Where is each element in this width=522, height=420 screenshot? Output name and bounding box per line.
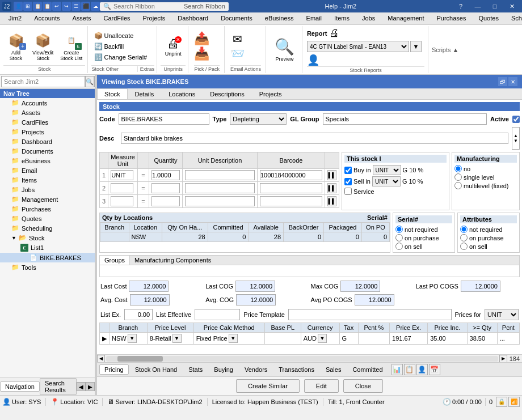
sidebar-item-quotes[interactable]: 📁 Quotes (0, 214, 95, 223)
desc-input-1[interactable] (185, 170, 255, 180)
buy-in-unit-select[interactable]: UNIT (373, 165, 401, 175)
status-icon-1[interactable]: 🔒 (496, 397, 507, 407)
bottom-tab-sales[interactable]: Sales (321, 364, 347, 375)
navigation-tab[interactable]: Navigation (0, 381, 40, 392)
unit-input-2[interactable] (111, 183, 133, 193)
serial-not-required-radio[interactable] (395, 226, 403, 233)
tab-jim2[interactable]: Jim2 (2, 13, 28, 24)
buy-in-checkbox[interactable] (344, 167, 352, 174)
status-icon-2[interactable]: 📶 (508, 397, 520, 407)
tab-documents[interactable]: Documents (214, 13, 259, 24)
hscroll-track[interactable] (106, 356, 498, 362)
bottom-tab-stats[interactable]: Stats (183, 364, 208, 375)
sidebar-item-list1[interactable]: E List1 (0, 243, 95, 253)
edit-button[interactable]: Edit (304, 379, 339, 393)
mfg-multi-radio[interactable] (454, 182, 462, 189)
sidebar-search-button[interactable]: 🔍 (85, 76, 94, 87)
tab-dashboard[interactable]: Dashboard (171, 13, 214, 24)
sidebar-item-accounts[interactable]: 📁 Accounts (0, 98, 95, 108)
content-close-button[interactable]: ✕ (508, 77, 517, 86)
unit-input-1[interactable] (111, 170, 133, 180)
sidebar-item-projects[interactable]: 📁 Projects (0, 127, 95, 137)
sidebar-item-documents[interactable]: 📁 Documents (0, 146, 95, 156)
sell-in-checkbox[interactable] (344, 178, 352, 185)
tab-scheduling[interactable]: Scheduling (505, 13, 522, 24)
search-ribbon-input[interactable] (113, 3, 182, 10)
barcode-input-1[interactable] (260, 170, 322, 180)
bottom-tab-stock-on-hand[interactable]: Stock On Hand (130, 364, 183, 375)
price-branch-dropdown[interactable]: ▼ (128, 334, 137, 343)
content-restore-button[interactable]: 🗗 (498, 77, 507, 86)
content-tab-descriptions[interactable]: Descriptions (203, 88, 252, 99)
barcode-scan-btn-2[interactable]: ▌▌ (327, 183, 336, 193)
desc-scroll[interactable]: ▲ ▼ (512, 127, 520, 150)
extras-label[interactable]: Extras (137, 66, 155, 72)
mfg-components-tab[interactable]: Manufacturing Components (130, 256, 216, 265)
tab-quotes[interactable]: Quotes (472, 13, 504, 24)
bottom-tab-buying[interactable]: Buying (209, 364, 238, 375)
minimize-button[interactable]: — (470, 1, 486, 11)
desc-input-2[interactable] (185, 183, 255, 193)
sidebar-item-purchases[interactable]: 📁 Purchases (0, 204, 95, 214)
desc-input-3[interactable] (185, 196, 255, 206)
price-method-dropdown[interactable]: ▼ (229, 334, 238, 343)
avg-po-cogs-input[interactable] (355, 294, 394, 306)
last-cog-input[interactable] (235, 281, 275, 292)
barcode-input-2[interactable] (260, 183, 322, 193)
tab-assets[interactable]: Assets (66, 13, 97, 24)
price-level-dropdown[interactable]: ▼ (172, 334, 182, 343)
tab-projects[interactable]: Projects (137, 13, 172, 24)
content-tab-details[interactable]: Details (128, 88, 162, 99)
last-cost-input[interactable] (129, 281, 169, 292)
list-ex-input[interactable] (124, 309, 153, 320)
unallocate-button[interactable]: 📦 Unallocate (91, 31, 154, 41)
window-close-button[interactable]: ✕ (504, 1, 520, 11)
serial-on-sell-radio[interactable] (395, 243, 403, 250)
active-checkbox[interactable] (512, 116, 520, 123)
qty-input-2[interactable] (151, 183, 180, 193)
last-po-cogs-input[interactable] (461, 281, 500, 292)
avg-cog-input[interactable] (236, 294, 276, 306)
groups-tab[interactable]: Groups (100, 256, 130, 265)
attr-on-sell-radio[interactable] (460, 243, 468, 250)
code-input[interactable] (119, 113, 209, 125)
barcode-scan-btn-1[interactable]: ▌▌ (327, 170, 336, 180)
hscroll-thumb[interactable] (117, 356, 163, 362)
add-stock-button[interactable]: 📦 + AddStock (3, 29, 28, 63)
max-cog-input[interactable] (340, 281, 380, 292)
view-edit-stock-button[interactable]: 📦 View/EditStock (30, 29, 56, 63)
desc-input[interactable] (121, 133, 508, 144)
sidebar-item-scheduling[interactable]: 📁 Scheduling (0, 223, 95, 233)
mfg-no-radio[interactable] (454, 165, 462, 172)
unit-input-3[interactable] (111, 196, 133, 206)
bottom-tab-vendors[interactable]: Vendors (239, 364, 272, 375)
attr-not-required-radio[interactable] (460, 226, 468, 233)
hscroll-right-btn[interactable]: ▶ (499, 355, 507, 363)
sidebar-search-input[interactable] (1, 76, 85, 87)
sidebar-item-tools[interactable]: 📁 Tools (0, 262, 95, 272)
backfill-button[interactable]: 🔄 Backfill (91, 41, 154, 52)
hscroll-left-btn[interactable]: ◀ (97, 355, 105, 363)
sidebar-item-ebusiness[interactable]: 📁 eBusiness (0, 156, 95, 166)
bottom-tab-committed[interactable]: Committed (347, 364, 388, 375)
search-results-tab[interactable]: Search Results (40, 378, 77, 395)
sidebar-item-bike-brakes[interactable]: 📄 BIKE.BRAKES (0, 253, 95, 262)
nav-prev-arrow[interactable]: ◀ (77, 382, 86, 391)
nav-next-arrow[interactable]: ▶ (86, 382, 95, 391)
gl-group-input[interactable] (323, 113, 487, 125)
qty-input-3[interactable] (151, 196, 180, 206)
maximize-button[interactable]: □ (487, 1, 503, 11)
preview-button[interactable]: 🔍 Preview (270, 36, 300, 63)
barcode-input-3[interactable] (260, 196, 322, 206)
qty-input-1[interactable] (151, 170, 180, 180)
tab-accounts[interactable]: Accounts (28, 13, 66, 24)
avg-cost-input[interactable] (130, 294, 170, 306)
currency-dropdown[interactable]: ▼ (318, 334, 327, 343)
report-select[interactable]: 4C GTIN Label Small - EAN13 (307, 41, 409, 52)
tab-purchases[interactable]: Purchases (430, 13, 472, 24)
service-checkbox[interactable] (344, 188, 352, 195)
scripts-button[interactable]: Scripts ▲ (432, 27, 459, 72)
bottom-icon-4[interactable]: 📅 (429, 364, 440, 375)
close-button[interactable]: Close (343, 379, 383, 393)
tab-management[interactable]: Management (381, 13, 430, 24)
